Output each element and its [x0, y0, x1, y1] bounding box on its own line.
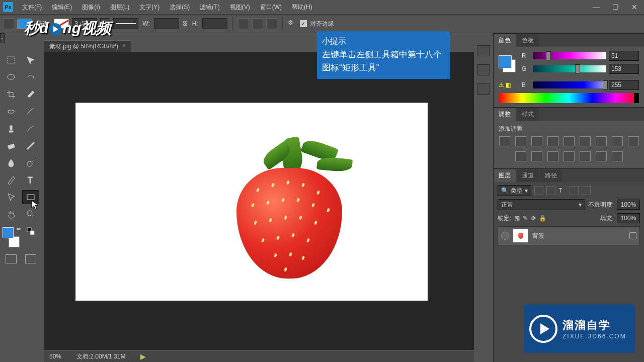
- eraser-tool[interactable]: [3, 139, 20, 153]
- doc-info[interactable]: 文档:2.00M/1.31M: [76, 352, 125, 361]
- layer-filter-kind[interactable]: 🔍 类型 ▾: [498, 185, 531, 196]
- menu-file[interactable]: 文件(F): [17, 1, 47, 14]
- invert-icon[interactable]: [547, 151, 558, 161]
- menu-edit[interactable]: 编辑(E): [47, 1, 77, 14]
- path-ops-icon[interactable]: [238, 18, 249, 29]
- menu-type[interactable]: 文字(Y): [134, 1, 165, 14]
- collapsed-panel-icon[interactable]: [477, 64, 490, 75]
- gradmap-icon[interactable]: [596, 151, 607, 161]
- menu-window[interactable]: 窗口(W): [255, 1, 287, 14]
- dodge-tool[interactable]: [22, 156, 39, 170]
- r-value[interactable]: 51: [609, 51, 639, 61]
- stamp-tool[interactable]: [3, 122, 20, 136]
- document-tab[interactable]: 素材.jpg @ 50%(RGB/8#) ×: [44, 40, 131, 52]
- exposure-icon[interactable]: [547, 136, 558, 146]
- path-select-tool[interactable]: [3, 190, 20, 204]
- filter-pixel-icon[interactable]: [534, 186, 543, 195]
- history-brush-tool[interactable]: [22, 122, 39, 136]
- gradient-tool[interactable]: [22, 139, 39, 153]
- align-icon[interactable]: [252, 18, 263, 29]
- height-input[interactable]: [202, 18, 227, 29]
- menu-view[interactable]: 视图(V): [225, 1, 255, 14]
- collapsed-panel-icon[interactable]: [477, 45, 490, 56]
- menu-image[interactable]: 图像(I): [77, 1, 105, 14]
- menu-help[interactable]: 帮助(H): [287, 1, 317, 14]
- visibility-toggle-icon[interactable]: [501, 232, 509, 240]
- filter-type-icon[interactable]: T: [558, 187, 567, 194]
- fill-value[interactable]: 100%: [617, 213, 640, 223]
- default-colors-icon[interactable]: [22, 224, 39, 238]
- poster-icon[interactable]: [564, 151, 575, 161]
- b-value[interactable]: 255: [609, 80, 639, 90]
- screenmode-icon[interactable]: [25, 254, 36, 263]
- crop-tool[interactable]: [3, 87, 20, 102]
- move-tool[interactable]: [22, 53, 39, 67]
- brush-tool[interactable]: [22, 105, 39, 119]
- lasso-tool[interactable]: [3, 70, 20, 84]
- b-slider[interactable]: [533, 81, 606, 88]
- layer-row-background[interactable]: 背景: [498, 226, 640, 245]
- tab-layers[interactable]: 图层: [494, 169, 516, 182]
- zoom-level[interactable]: 50%: [49, 353, 61, 360]
- tab-paths[interactable]: 路径: [540, 169, 562, 182]
- selcolor-icon[interactable]: [612, 151, 623, 161]
- lock-all-icon[interactable]: 🔒: [539, 215, 546, 222]
- collapse-strip[interactable]: «: [0, 33, 5, 43]
- pen-tool[interactable]: [3, 173, 20, 187]
- hand-tool[interactable]: [3, 207, 20, 221]
- lock-pos-icon[interactable]: ✥: [531, 215, 536, 222]
- quick-select-tool[interactable]: [22, 70, 39, 84]
- blend-mode-select[interactable]: 正常 ▾: [498, 199, 585, 210]
- width-input[interactable]: [154, 18, 179, 29]
- collapsed-panel-icon[interactable]: [477, 83, 490, 95]
- filter-adj-icon[interactable]: [546, 186, 555, 195]
- tab-color[interactable]: 颜色: [494, 34, 516, 47]
- color-spectrum[interactable]: [499, 93, 639, 103]
- panel-color-swatch[interactable]: [499, 55, 516, 72]
- healing-tool[interactable]: [3, 105, 20, 119]
- lut-icon[interactable]: [531, 151, 542, 161]
- canvas-area[interactable]: [44, 52, 474, 350]
- gear-icon[interactable]: ⚙: [288, 19, 297, 28]
- quickmask-icon[interactable]: [6, 254, 17, 263]
- brightness-icon[interactable]: [499, 136, 510, 146]
- marquee-tool[interactable]: [3, 53, 20, 67]
- colbal-icon[interactable]: [596, 136, 607, 146]
- color-swatches[interactable]: ⇄: [1, 224, 21, 247]
- tab-channels[interactable]: 通道: [517, 169, 539, 182]
- bw-icon[interactable]: [612, 136, 623, 146]
- chmix-icon[interactable]: [515, 151, 526, 161]
- align-edges-checkbox[interactable]: ✓: [300, 20, 307, 27]
- vibrance-icon[interactable]: [564, 136, 575, 146]
- stroke-style-dropdown[interactable]: [113, 18, 138, 29]
- tab-swatches[interactable]: 色板: [517, 34, 539, 47]
- swap-colors-icon[interactable]: ⇄: [17, 226, 21, 232]
- tab-adjustments[interactable]: 调整: [494, 108, 516, 121]
- r-slider[interactable]: [533, 52, 606, 59]
- status-menu-icon[interactable]: ▶: [140, 352, 146, 360]
- layer-thumbnail[interactable]: [513, 229, 528, 242]
- link-wh-icon[interactable]: ⛓: [182, 20, 188, 27]
- close-button[interactable]: ✕: [625, 1, 644, 13]
- g-value[interactable]: 153: [609, 64, 639, 74]
- hue-icon[interactable]: [580, 136, 591, 146]
- menu-layer[interactable]: 图层(L): [105, 1, 135, 14]
- curves-icon[interactable]: [531, 136, 542, 146]
- levels-icon[interactable]: [515, 136, 526, 146]
- gamut-warning-icon[interactable]: ⚠ ◧: [499, 81, 519, 88]
- blur-tool[interactable]: [3, 156, 20, 170]
- maximize-button[interactable]: ☐: [606, 1, 625, 13]
- minimize-button[interactable]: —: [587, 1, 606, 13]
- menu-filter[interactable]: 滤镜(T): [195, 1, 224, 14]
- arrange-icon[interactable]: [266, 18, 277, 29]
- filter-shape-icon[interactable]: [570, 186, 579, 195]
- tab-styles[interactable]: 样式: [517, 108, 539, 121]
- menu-select[interactable]: 选择(S): [165, 1, 195, 14]
- document-canvas[interactable]: [75, 103, 428, 301]
- lock-pixel-icon[interactable]: ✎: [523, 215, 528, 222]
- opacity-value[interactable]: 100%: [617, 200, 640, 210]
- tool-preset-icon[interactable]: [3, 18, 14, 29]
- foreground-color-swatch[interactable]: [3, 227, 14, 238]
- eyedropper-tool[interactable]: [22, 87, 39, 102]
- photo-filter-icon[interactable]: [628, 136, 639, 146]
